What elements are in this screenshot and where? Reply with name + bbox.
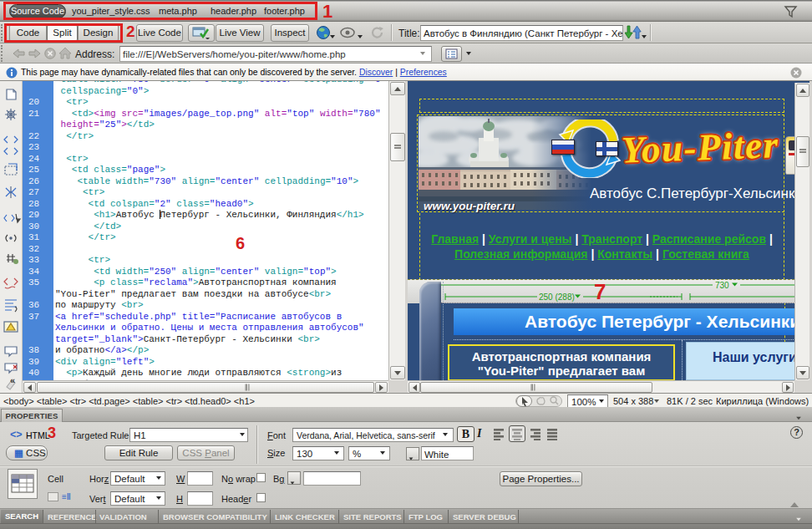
svg-text:250 (288): 250 (288) [539,292,575,302]
svg-text:730: 730 [715,281,729,290]
